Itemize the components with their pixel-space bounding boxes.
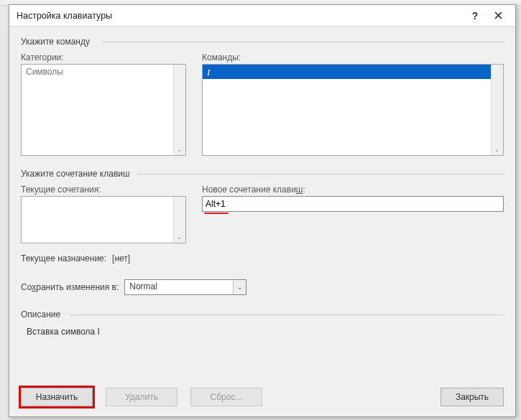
- assign-button[interactable]: Назначить: [21, 388, 93, 406]
- categories-label: Категории:: [21, 52, 186, 62]
- commands-label: Команды:: [202, 52, 504, 62]
- titlebar: Настройка клавиатуры ?: [9, 5, 515, 27]
- current-assignment-label: Текущее назначение:: [21, 253, 106, 263]
- save-changes-value: Normal: [124, 279, 246, 295]
- list-item[interactable]: Символы: [22, 65, 185, 79]
- close-icon[interactable]: [487, 6, 510, 26]
- keyboard-customize-dialog: Настройка клавиатуры ? Укажите команду К…: [9, 4, 516, 417]
- section-specify-shortcut-label: Укажите сочетание клавиш: [21, 169, 130, 179]
- scrollbar[interactable]: ⌄: [173, 197, 185, 243]
- chevron-down-icon[interactable]: ⌄: [492, 143, 503, 155]
- save-changes-select[interactable]: Normal ⌄: [124, 279, 246, 295]
- help-button[interactable]: ?: [464, 6, 487, 26]
- dialog-button-row: Назначить Удалить Сброс... Закрыть: [21, 388, 504, 406]
- new-shortcut-label: Новое сочетание клавиш:: [202, 185, 504, 195]
- scrollbar[interactable]: ⌄: [173, 65, 185, 155]
- description-label: Описание: [21, 309, 60, 319]
- chevron-down-icon[interactable]: ⌄: [233, 280, 246, 294]
- section-specify-command: Укажите команду: [21, 37, 504, 47]
- reset-button: Сброс...: [190, 388, 262, 406]
- symbol-glyph: I: [207, 67, 210, 78]
- chevron-down-icon[interactable]: ⌄: [174, 143, 185, 155]
- scrollbar[interactable]: ⌄: [491, 65, 503, 155]
- close-button[interactable]: Закрыть: [441, 388, 504, 406]
- chevron-down-icon[interactable]: ⌄: [174, 230, 185, 243]
- description-text: Вставка символа I: [27, 327, 504, 337]
- current-assignment-value: [нет]: [112, 253, 130, 263]
- dialog-body: Укажите команду Категории: Символы ⌄ Ком…: [9, 27, 515, 416]
- categories-listbox[interactable]: Символы ⌄: [21, 64, 186, 156]
- section-specify-shortcut: Укажите сочетание клавиш: [21, 169, 504, 179]
- new-shortcut-input[interactable]: [202, 196, 504, 212]
- save-changes-label: Сохранить изменения в:: [21, 282, 119, 292]
- current-assignment-row: Текущее назначение: [нет]: [21, 253, 504, 263]
- current-shortcuts-label: Текущие сочетания:: [21, 185, 186, 195]
- section-description: Описание: [21, 309, 504, 319]
- list-item[interactable]: I: [203, 65, 503, 79]
- save-changes-row: Сохранить изменения в: Normal ⌄: [21, 279, 504, 295]
- delete-button: Удалить: [106, 388, 177, 406]
- section-specify-command-label: Укажите команду: [21, 37, 90, 47]
- dialog-title: Настройка клавиатуры: [17, 11, 464, 21]
- commands-listbox[interactable]: I ⌄: [202, 64, 504, 156]
- current-shortcuts-listbox[interactable]: ⌄: [21, 196, 186, 243]
